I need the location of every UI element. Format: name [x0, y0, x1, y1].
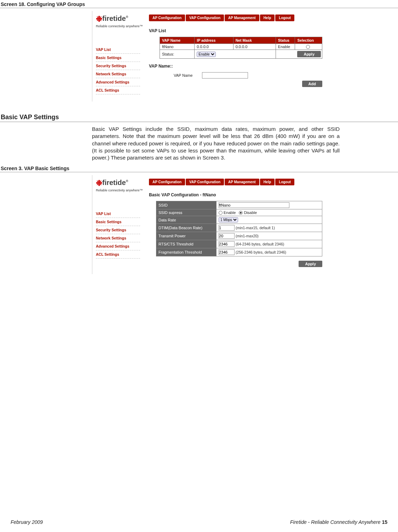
- rts-input[interactable]: [219, 241, 235, 247]
- apply-button[interactable]: Apply: [297, 51, 321, 57]
- frag-label: Fragmentation Threshold: [156, 248, 217, 256]
- basic-vap-form: SSID SSID supress Enable Disable Data Ra…: [156, 201, 322, 256]
- page-number: 15: [382, 519, 387, 525]
- panel-title-basic-vap: Basic VAP Configuration - ftNano: [149, 192, 340, 197]
- frag-input[interactable]: [219, 249, 235, 255]
- dtim-hint: (min1-max15, default 1): [236, 226, 275, 230]
- table-row: ftNano 0.0.0.0 0.0.0.0 Enable: [160, 44, 322, 50]
- footer-right: Firetide - Reliable Connectivity Anywher…: [290, 519, 387, 525]
- ssid-label: SSID: [156, 201, 217, 209]
- selection-radio[interactable]: [306, 45, 310, 49]
- sidebar-item-acl-settings[interactable]: ACL Settings: [96, 86, 140, 94]
- caption-screen3: Screen 3. VAP Basic Settings: [0, 164, 398, 172]
- disable-text: Disable: [244, 210, 257, 215]
- col-ip: IP address: [195, 37, 233, 44]
- ssid-input[interactable]: [219, 202, 289, 208]
- sidebar-item-acl-settings[interactable]: ACL Settings: [96, 250, 140, 259]
- vap-name-label: VAP Name: [174, 73, 202, 77]
- screenshot-18: ❉firetide® Reliable connectivity anywher…: [92, 11, 340, 102]
- tab-ap-management[interactable]: AP Management: [225, 179, 259, 185]
- col-netmask: Net Mask: [233, 37, 276, 44]
- screenshot-3: ❉firetide® Reliable connectivity anywher…: [92, 175, 340, 274]
- panel-title-vap-list: VAP List: [149, 28, 340, 33]
- section-heading-basic-vap: Basic VAP Settings: [0, 112, 398, 122]
- caption-screen18: Screen 18. Configuring VAP Groups: [0, 0, 398, 8]
- rts-hint: (64-2346 bytes, default 2346): [236, 242, 284, 246]
- top-tabs: AP Configuration VAP Configuration AP Ma…: [149, 15, 340, 21]
- cell-vap-name: ftNano: [160, 44, 195, 50]
- status-label: Status:: [160, 50, 195, 59]
- sidebar-item-network-settings[interactable]: Network Settings: [96, 70, 140, 78]
- sidebar-nav: VAP List Basic Settings Security Setting…: [96, 196, 140, 259]
- col-selection: Selection: [295, 37, 322, 44]
- txpower-label: Transmit Power: [156, 232, 217, 240]
- cell-selection: [295, 44, 322, 50]
- status-select[interactable]: Enable: [197, 52, 216, 57]
- cell-netmask: 0.0.0.0: [233, 44, 276, 50]
- dtim-label: DTIM(Data Beacon Rate): [156, 224, 217, 232]
- frag-hint: (256-2346 bytes, default 2346): [236, 250, 286, 254]
- sidebar-item-security-settings[interactable]: Security Settings: [96, 226, 140, 234]
- apply-button[interactable]: Apply: [299, 261, 322, 267]
- datarate-select[interactable]: 1 Mbps: [219, 217, 238, 222]
- cell-ip: 0.0.0.0: [195, 44, 233, 50]
- sidebar-item-advanced-settings[interactable]: Advanced Settings: [96, 78, 140, 86]
- tab-help[interactable]: Help: [260, 179, 275, 185]
- sidebar-item-vap-list[interactable]: VAP List: [96, 210, 140, 218]
- supress-label: SSID supress: [156, 209, 217, 216]
- col-vap-name: VAP Name: [160, 37, 195, 44]
- sidebar-nav: VAP List Basic Settings Security Setting…: [96, 31, 140, 94]
- txpower-hint: (min1-max20): [236, 234, 259, 238]
- tab-help[interactable]: Help: [260, 15, 275, 21]
- tab-ap-configuration[interactable]: AP Configuration: [149, 15, 185, 21]
- enable-text: Enable: [224, 210, 236, 215]
- tab-vap-configuration[interactable]: VAP Configuration: [186, 15, 224, 21]
- vap-name-input[interactable]: [202, 72, 248, 79]
- vap-list-table: VAP Name IP address Net Mask Status Sele…: [160, 37, 322, 59]
- tab-vap-configuration[interactable]: VAP Configuration: [186, 179, 224, 185]
- add-button[interactable]: Add: [302, 81, 322, 87]
- vap-name-subtitle: VAP Name::: [149, 64, 340, 69]
- sidebar-item-basic-settings[interactable]: Basic Settings: [96, 54, 140, 62]
- sidebar-item-network-settings[interactable]: Network Settings: [96, 234, 140, 242]
- sidebar-item-security-settings[interactable]: Security Settings: [96, 62, 140, 70]
- flame-icon: ❉: [96, 15, 102, 23]
- tab-logout[interactable]: Logout: [275, 179, 294, 185]
- tab-ap-management[interactable]: AP Management: [225, 15, 259, 21]
- supress-disable-radio[interactable]: [239, 211, 243, 215]
- page-footer: February 2009 Firetide - Reliable Connec…: [0, 519, 398, 525]
- logo-tagline: Reliable connectivity anywhere™: [96, 189, 144, 192]
- cell-status: Enable: [276, 44, 295, 50]
- footer-date: February 2009: [11, 519, 43, 525]
- tab-logout[interactable]: Logout: [275, 15, 294, 21]
- sidebar-item-basic-settings[interactable]: Basic Settings: [96, 218, 140, 226]
- rts-label: RTS/CTS Threshold: [156, 240, 217, 248]
- sidebar-item-advanced-settings[interactable]: Advanced Settings: [96, 242, 140, 250]
- top-tabs: AP Configuration VAP Configuration AP Ma…: [149, 179, 340, 185]
- dtim-input[interactable]: [219, 225, 235, 231]
- datarate-label: Data Rate: [156, 216, 217, 224]
- logo-tagline: Reliable connectivity anywhere™: [96, 24, 144, 28]
- supress-enable-radio[interactable]: [219, 211, 223, 215]
- logo: ❉firetide®: [96, 15, 144, 24]
- tab-ap-configuration[interactable]: AP Configuration: [149, 179, 185, 185]
- col-status: Status: [276, 37, 295, 44]
- logo: ❉firetide®: [96, 179, 144, 188]
- flame-icon: ❉: [96, 179, 102, 187]
- body-paragraph: Basic VAP Settings include the SSID, max…: [92, 126, 340, 161]
- txpower-input[interactable]: [219, 233, 235, 239]
- sidebar-item-vap-list[interactable]: VAP List: [96, 46, 140, 54]
